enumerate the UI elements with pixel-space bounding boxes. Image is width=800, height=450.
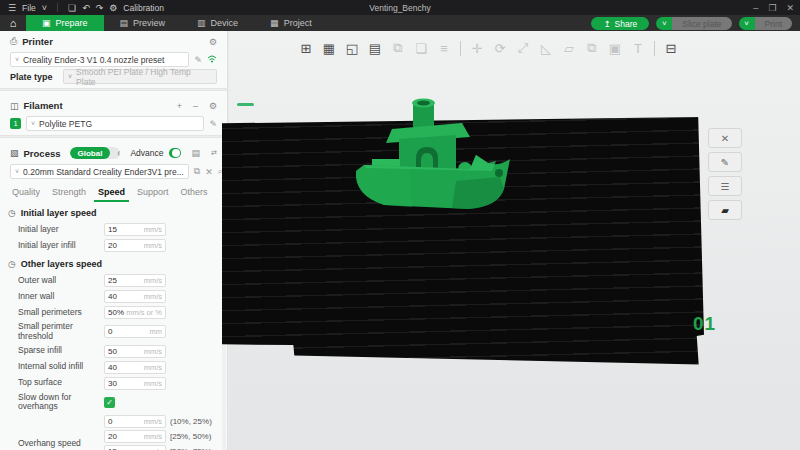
minimize-button[interactable]: – (753, 3, 758, 13)
chevron-down-icon[interactable]: ˅ (42, 3, 47, 13)
add-filament-button[interactable]: + (177, 101, 182, 111)
remove-filament-button[interactable]: – (193, 101, 198, 111)
slice-plate-button[interactable]: Slice plate (672, 17, 731, 30)
setting-label: Overhang speed (18, 439, 104, 449)
file-menu[interactable]: File (22, 3, 36, 13)
text-tool-icon[interactable]: T (627, 37, 649, 59)
restore-button[interactable]: ❐ (768, 3, 776, 13)
process-icon: ▧ (10, 148, 19, 158)
sparse-infill-input[interactable]: 50 mm/s (104, 345, 166, 358)
clear-preset-icon[interactable]: ✕ (205, 167, 213, 177)
benchy-model[interactable] (352, 97, 512, 219)
new-file-icon[interactable]: ❏ (68, 3, 76, 13)
tab-preview[interactable]: ▤ Preview (104, 15, 182, 31)
scope-objects-button[interactable]: Objects (110, 147, 120, 159)
setting-row: Small perimter threshold 0 mm (18, 322, 221, 342)
add-plate-icon[interactable]: ▦ (318, 37, 340, 59)
process-preset-value: 0.20mm Standard Creality Ender3V1 pre... (23, 167, 184, 177)
tab-quality[interactable]: Quality (8, 187, 44, 202)
filament-section-header: ◫ Filament + – ⚙ (0, 95, 227, 114)
calibration-menu[interactable]: Calibration (123, 3, 164, 13)
group-initial-layer-speed: ◷ Initial layer speed (0, 204, 227, 220)
printer-gear-icon[interactable]: ⚙ (209, 37, 217, 47)
clone-icon[interactable]: ⧉ (581, 37, 603, 59)
setting-row: Internal solid infill 40 mm/s (18, 361, 221, 374)
initial-layer-input[interactable]: 15 mm/s (104, 223, 166, 236)
overhang-speed-input-2[interactable]: 20 mm/s (104, 430, 166, 443)
paste-icon[interactable]: ❏ (410, 37, 432, 59)
filament-edit-icon[interactable]: ✎ (209, 119, 217, 129)
setting-row: Sparse infill 50 mm/s (18, 345, 221, 358)
viewport-3d[interactable]: ⊞ ▦ ◱ ▤ ⧉ ❏ ≡ ✛ ⟳ ⤢ ◺ ▱ ⧉ ▣ T ⊟ (229, 31, 800, 450)
tab-device[interactable]: ▥ Device (181, 15, 254, 31)
top-surface-input[interactable]: 30 mm/s (104, 377, 166, 390)
print-button[interactable]: Print (755, 17, 792, 30)
overhang-speed-input-3[interactable]: 15 mm/s (104, 445, 166, 450)
tab-project[interactable]: ▦ Project (254, 15, 328, 31)
tab-speed[interactable]: Speed (94, 187, 129, 202)
setting-row: Small perimeters 50% mm/s or % (18, 306, 221, 319)
tab-strength[interactable]: Strength (48, 187, 90, 202)
slow-down-overhangs-checkbox[interactable]: ✓ (104, 397, 115, 408)
save-preset-icon[interactable]: ⧉ (194, 166, 200, 177)
split-objects-icon[interactable]: ⊟ (660, 37, 682, 59)
redo-icon[interactable]: ↷ (96, 3, 104, 13)
share-icon: ↥ (603, 19, 610, 29)
setting-unit: mm/s (144, 347, 162, 356)
chevron-down-icon: ˅ (31, 120, 35, 127)
small-perimeters-input[interactable]: 50% mm/s or % (104, 306, 166, 319)
advance-toggle[interactable] (169, 148, 181, 158)
internal-solid-infill-input[interactable]: 40 mm/s (104, 361, 166, 374)
plate-rename-button[interactable]: ✎ (708, 152, 742, 172)
setting-label: Inner wall (18, 292, 104, 302)
rotate-icon[interactable]: ⟳ (489, 37, 511, 59)
toolbar-separator (460, 41, 461, 56)
plate-fill-button[interactable]: ▰ (708, 200, 742, 220)
parameter-list-icon[interactable]: ▤ (192, 148, 201, 158)
arrange-icon[interactable]: ▤ (364, 37, 386, 59)
project-icon: ▦ (270, 18, 279, 28)
filament-dropdown[interactable]: ˅ Polylite PETG (26, 116, 204, 131)
undo-icon[interactable]: ↶ (82, 3, 90, 13)
close-button[interactable]: ✕ (786, 3, 794, 13)
initial-layer-infill-input[interactable]: 20 mm/s (104, 239, 166, 252)
overhang-speed-input-1[interactable]: 0 mm/s (104, 415, 166, 428)
plate-delete-button[interactable]: ✕ (708, 128, 742, 148)
slice-dropdown-chevron-icon[interactable]: ˅ (656, 17, 672, 30)
lay-flat-icon[interactable]: ◺ (535, 37, 557, 59)
layers-icon[interactable]: ≡ (433, 37, 455, 59)
plate-type-dropdown[interactable]: ˅ Smooth PEI Plate / High Temp Plate (63, 69, 217, 84)
filament-gear-icon[interactable]: ⚙ (209, 101, 217, 111)
setting-unit: mm (150, 327, 163, 336)
gear-icon[interactable]: ⚙ (109, 3, 117, 13)
small-perimeter-threshold-input[interactable]: 0 mm (104, 325, 166, 338)
plate-settings-button[interactable]: ☰ (708, 176, 742, 196)
tab-prepare-label: Prepare (56, 18, 88, 28)
process-preset-dropdown[interactable]: ˅ 0.20mm Standard Creality Ender3V1 pre.… (10, 164, 189, 179)
menu-icon[interactable]: ☰ (8, 3, 16, 13)
copy-icon[interactable]: ⧉ (387, 37, 409, 59)
support-paint-icon[interactable]: ▣ (604, 37, 626, 59)
printer-preset-dropdown[interactable]: ˅ Creality Ender-3 V1 0.4 nozzle preset (10, 52, 189, 67)
plate-side-toolbar: ✕ ✎ ☰ ▰ (708, 128, 742, 220)
setting-label: Slow down for overhangs (18, 393, 104, 413)
outer-wall-input[interactable]: 25 mm/s (104, 274, 166, 287)
compare-icon[interactable]: ⇄ (211, 149, 217, 157)
tab-others[interactable]: Others (177, 187, 212, 202)
inner-wall-input[interactable]: 40 mm/s (104, 290, 166, 303)
printer-edit-icon[interactable]: ✎ (194, 55, 202, 65)
move-icon[interactable]: ✛ (466, 37, 488, 59)
scope-global-button[interactable]: Global (70, 147, 111, 159)
share-button[interactable]: ↥ Share (591, 17, 649, 30)
tab-support[interactable]: Support (133, 187, 173, 202)
print-dropdown-chevron-icon[interactable]: ˅ (739, 17, 755, 30)
filament-slot-badge: 1 (10, 118, 21, 129)
tab-prepare[interactable]: ▣ Prepare (26, 15, 104, 31)
wifi-icon[interactable] (207, 55, 217, 65)
scale-icon[interactable]: ⤢ (512, 37, 534, 59)
auto-orient-icon[interactable]: ◱ (341, 37, 363, 59)
chevron-down-icon: ˅ (15, 168, 19, 175)
home-button[interactable]: ⌂ (0, 15, 26, 31)
cut-icon[interactable]: ▱ (558, 37, 580, 59)
add-model-icon[interactable]: ⊞ (295, 37, 317, 59)
